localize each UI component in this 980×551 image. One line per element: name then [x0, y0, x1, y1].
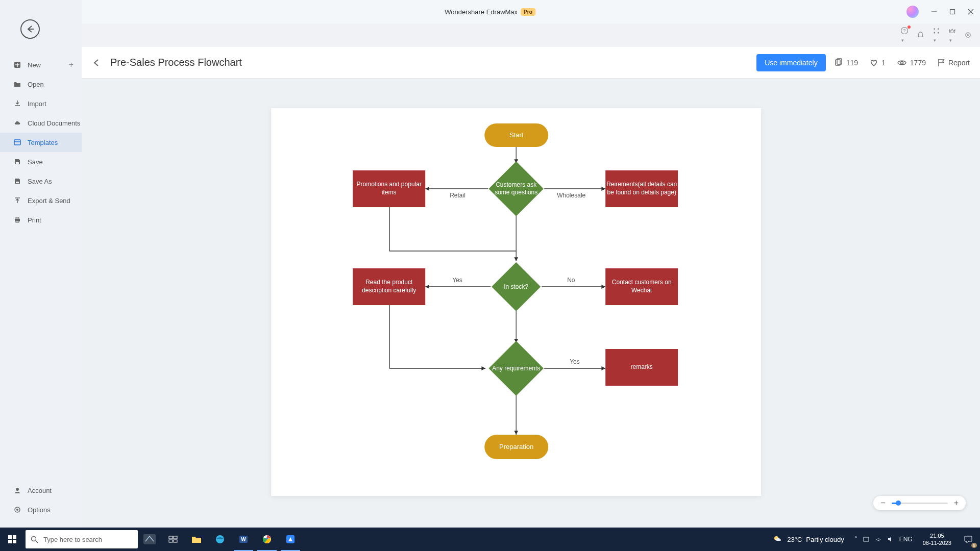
node-contact-wechat: Contact customers on Wechat [605, 268, 678, 305]
account-icon [13, 486, 21, 494]
tray-volume-icon[interactable] [887, 536, 894, 543]
save-icon [13, 158, 21, 166]
user-avatar[interactable] [906, 6, 919, 18]
gear-icon[interactable] [964, 31, 972, 39]
likes-count: 1 [881, 59, 886, 67]
weather-icon [773, 534, 783, 544]
weather-temp: 23°C [787, 536, 802, 543]
sidebar-item-label: Cloud Documents [28, 119, 80, 127]
zoom-in-button[interactable]: + [954, 498, 959, 508]
new-icon [13, 61, 21, 69]
report-label: Report [948, 59, 970, 67]
tray-wifi-icon[interactable] [875, 536, 882, 543]
back-home-button[interactable] [20, 19, 40, 39]
likes-stat[interactable]: 1 [869, 58, 886, 67]
taskbar-notifications[interactable]: 8 [957, 528, 980, 551]
sidebar-item-new[interactable]: New + [0, 55, 82, 74]
node-promotions: Promotions and popular items [353, 170, 425, 207]
gear-icon [13, 506, 21, 514]
svg-rect-18 [16, 162, 19, 164]
grid-icon[interactable]: ▾ [933, 27, 940, 43]
sidebar-item-options[interactable]: Options [0, 500, 82, 519]
taskbar-edrawmax[interactable] [279, 528, 302, 551]
tray-lang[interactable]: ENG [899, 536, 913, 543]
bell-icon[interactable] [917, 31, 924, 39]
views-count: 1779 [910, 59, 926, 67]
svg-point-23 [16, 488, 19, 491]
title-bar: Wondershare EdrawMax Pro [0, 0, 980, 23]
sidebar-item-saveas[interactable]: Save As [0, 171, 82, 191]
sidebar-item-save[interactable]: Save [0, 152, 82, 171]
svg-rect-45 [169, 536, 173, 539]
svg-rect-46 [174, 536, 177, 539]
svg-point-8 [934, 32, 935, 33]
zoom-out-button[interactable]: − [880, 498, 885, 508]
svg-rect-16 [14, 140, 20, 145]
pro-badge: Pro [521, 8, 535, 16]
sidebar-item-print[interactable]: Print [0, 210, 82, 230]
back-button[interactable] [92, 58, 101, 67]
help-icon[interactable]: ? ▾ [900, 27, 909, 43]
cloud-icon [13, 119, 21, 127]
svg-rect-39 [13, 535, 16, 539]
sidebar-item-export[interactable]: Export & Send [0, 191, 82, 210]
canvas-area[interactable]: Start Customers ask some questions Promo… [82, 79, 980, 535]
app-title: Wondershare EdrawMax Pro [445, 8, 535, 16]
sidebar-item-templates[interactable]: Templates [0, 133, 82, 152]
svg-text:W: W [241, 537, 246, 542]
sidebar-item-label: Options [28, 506, 51, 514]
sidebar-item-label: Import [28, 100, 46, 108]
taskbar-chrome[interactable] [255, 528, 279, 551]
copies-icon [834, 58, 843, 67]
edge-label-retail: Retail [450, 192, 465, 199]
copies-stat[interactable]: 119 [834, 58, 858, 67]
sidebar-item-label: Save [28, 158, 43, 166]
svg-rect-48 [174, 540, 177, 542]
taskbar-word[interactable]: W [232, 528, 255, 551]
plus-icon: + [69, 60, 74, 69]
svg-rect-41 [13, 540, 16, 543]
minimize-button[interactable] [925, 0, 943, 23]
tray-onedrive-icon[interactable] [863, 536, 870, 543]
svg-rect-1 [950, 10, 955, 14]
sidebar-item-cloud[interactable]: Cloud Documents [0, 113, 82, 133]
maximize-button[interactable] [943, 0, 962, 23]
taskbar-edge[interactable] [208, 528, 232, 551]
saveas-icon [13, 177, 21, 185]
tray-chevron-up-icon[interactable]: ˄ [854, 536, 857, 543]
sidebar-item-label: Account [28, 487, 52, 494]
use-immediately-button[interactable]: Use immediately [756, 54, 825, 71]
sidebar-item-label: Templates [28, 139, 58, 146]
taskbar-task-view[interactable] [161, 528, 185, 551]
close-button[interactable] [962, 0, 980, 23]
system-tray[interactable]: ˄ ENG [849, 536, 918, 543]
start-button[interactable] [0, 528, 24, 551]
svg-point-25 [16, 509, 18, 511]
edge-label-yes: Yes [452, 277, 462, 284]
taskbar: Type here to search W 23°C Partly cloudy… [0, 528, 980, 551]
taskbar-weather[interactable]: 23°C Partly cloudy [768, 534, 849, 544]
search-bar[interactable]: Type here to search [26, 530, 138, 548]
taskbar-clock[interactable]: 21:05 08-11-2023 [918, 532, 957, 547]
crown-icon[interactable]: ▾ [948, 27, 956, 43]
sidebar-item-account[interactable]: Account [0, 481, 82, 500]
taskbar-app-1[interactable] [138, 528, 161, 551]
sidebar-item-import[interactable]: Import [0, 94, 82, 113]
edge-label-yes2: Yes [570, 358, 580, 365]
import-icon [13, 99, 21, 108]
node-remarks: remarks [605, 349, 678, 386]
secondary-toolbar: ? ▾ ▾ ▾ [82, 23, 980, 46]
clock-date: 08-11-2023 [923, 539, 951, 546]
svg-rect-56 [864, 537, 869, 541]
report-button[interactable]: Report [937, 58, 970, 67]
sidebar-item-open[interactable]: Open [0, 74, 82, 94]
zoom-slider[interactable] [892, 503, 948, 504]
zoom-control[interactable]: − + [873, 496, 966, 510]
node-decision-instock: In stock? [499, 269, 533, 304]
svg-rect-40 [8, 540, 12, 543]
taskbar-explorer[interactable] [185, 528, 208, 551]
heart-icon [869, 58, 878, 67]
views-stat[interactable]: 1779 [897, 58, 926, 67]
svg-point-28 [900, 61, 903, 64]
svg-point-6 [934, 28, 935, 30]
